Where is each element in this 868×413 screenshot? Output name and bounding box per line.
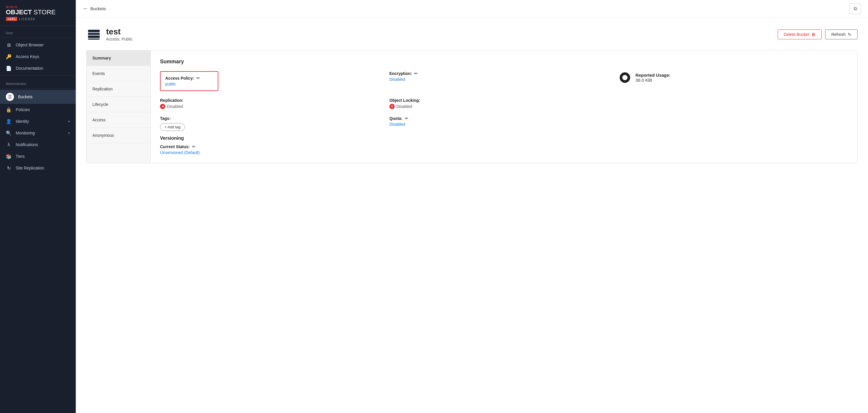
tab-content-summary: Summary Access Policy: ✏ public [151, 51, 857, 163]
bucket-title-block: test Access: Public [86, 27, 133, 42]
bucket-name: test [106, 27, 133, 36]
tab-lifecycle[interactable]: Lifecycle [87, 97, 150, 112]
svg-point-5 [622, 75, 627, 80]
tab-replication-label: Replication [92, 87, 113, 91]
license-block: AGPL LICENSE [6, 17, 70, 21]
current-status-link[interactable]: Unversioned (Default) [160, 150, 200, 155]
quota-block: Quota: ✏ Disabled [390, 116, 619, 126]
sidebar-label-site-replication: Site Replication [16, 166, 44, 170]
sidebar-label-access-keys: Access Keys [16, 54, 39, 59]
tab-replication[interactable]: Replication [87, 81, 150, 97]
bucket-icon: ☰ [6, 93, 14, 101]
sidebar-item-identity[interactable]: 👤 Identity ▾ [0, 116, 76, 127]
bucket-icon-large [86, 27, 101, 42]
current-status-value: Unversioned (Default) [160, 150, 848, 155]
access-policy-edit-icon[interactable]: ✏ [196, 76, 200, 81]
add-tag-button[interactable]: + Add tag [160, 123, 185, 131]
reported-usage-block: Reported Usage: 36.0 KiB [619, 71, 848, 84]
object-locking-label: Object Locking: [390, 98, 619, 103]
monitoring-icon: 🔍 [6, 130, 12, 136]
sidebar-item-documentation[interactable]: 📄 Documentation [0, 62, 76, 74]
usage-text: Reported Usage: 36.0 KiB [636, 72, 671, 83]
quota-edit-icon[interactable]: ✏ [405, 116, 408, 121]
replication-label: Replication: [160, 98, 390, 103]
sidebar-item-tiers[interactable]: 📚 Tiers [0, 150, 76, 162]
grid-icon: ⊞ [6, 42, 12, 48]
sidebar-label-policies: Policies [16, 107, 30, 112]
identity-icon: 👤 [6, 118, 12, 124]
current-status-label: Current Status: ✏ [160, 144, 848, 149]
access-policy-link[interactable]: public [165, 82, 176, 86]
sidebar-item-policies[interactable]: 🔒 Policies [0, 104, 76, 116]
tab-summary-label: Summary [92, 56, 111, 60]
product-name: OBJECT STORE [6, 9, 70, 16]
access-value: Public [122, 37, 133, 41]
sidebar-item-buckets[interactable]: ☰ Buckets [0, 90, 76, 104]
tab-summary[interactable]: Summary [87, 51, 150, 66]
sidebar-label-object-browser: Object Browser [16, 42, 44, 47]
replication-block: Replication: ✕ Disabled [160, 98, 390, 109]
sidebar-label-monitoring: Monitoring [16, 131, 35, 135]
divider-2 [0, 75, 76, 76]
svg-rect-0 [88, 30, 100, 32]
lock-icon: 🔒 [6, 107, 12, 113]
quota-label: Quota: ✏ [390, 116, 619, 121]
quota-value: Disabled [390, 122, 619, 126]
topbar: ← Buckets ⧉ [76, 0, 868, 18]
replication-icon: ↻ [6, 165, 12, 171]
tab-anonymous[interactable]: Anonymous [87, 128, 150, 143]
tab-access-label: Access [92, 118, 105, 122]
key-icon: 🔑 [6, 54, 12, 59]
notifications-icon: λ [6, 142, 12, 148]
sidebar-item-notifications[interactable]: λ Notifications [0, 139, 76, 150]
encryption-value: Disabled [390, 77, 619, 82]
sidebar-label-buckets: Buckets [18, 94, 33, 99]
sidebar-label-identity: Identity [16, 119, 29, 124]
summary-title: Summary [160, 59, 848, 65]
tab-events[interactable]: Events [87, 66, 150, 81]
encryption-block: Encryption: ✏ Disabled [390, 71, 619, 82]
bucket-header: test Access: Public Delete Bucket 🗑 Refr… [86, 27, 858, 42]
refresh-button[interactable]: Refresh ↻ [825, 29, 858, 39]
bucket-access: Access: Public [106, 37, 133, 41]
tags-block: Tags: + Add tag [160, 116, 390, 131]
current-status-block: Current Status: ✏ Unversioned (Default) [160, 144, 848, 155]
logo: MINIO OBJECT STORE AGPL LICENSE [0, 0, 76, 26]
usage-value: 36.0 KiB [636, 78, 671, 83]
sidebar-label-notifications: Notifications [16, 142, 38, 147]
replication-value: ✕ Disabled [160, 104, 390, 109]
back-arrow-icon: ← [83, 5, 88, 12]
access-policy-label: Access Policy: ✏ [165, 76, 213, 81]
chevron-down-icon: ▾ [68, 120, 70, 123]
bucket-title-text: test Access: Public [106, 27, 133, 42]
tab-events-label: Events [92, 71, 105, 76]
usage-pie-chart [619, 71, 631, 84]
access-label: Access: [106, 37, 120, 41]
sidebar-item-object-browser[interactable]: ⊞ Object Browser [0, 39, 76, 51]
sidebar-item-site-replication[interactable]: ↻ Site Replication [0, 162, 76, 174]
tab-lifecycle-label: Lifecycle [92, 102, 108, 107]
sidebar-item-monitoring[interactable]: 🔍 Monitoring ▾ [0, 127, 76, 139]
replication-status: ✕ Disabled [160, 104, 390, 109]
license-text: LICENSE [19, 18, 36, 21]
delete-bucket-button[interactable]: Delete Bucket 🗑 [778, 29, 822, 39]
object-locking-value: ✕ Disabled [390, 104, 619, 109]
user-section-label: User [0, 26, 76, 36]
access-policy-block: Access Policy: ✏ public [160, 71, 390, 91]
svg-rect-1 [88, 33, 100, 35]
content-area: test Access: Public Delete Bucket 🗑 Refr… [76, 18, 868, 413]
tab-access[interactable]: Access [87, 112, 150, 128]
access-policy-box: Access Policy: ✏ public [160, 71, 218, 91]
encryption-link[interactable]: Disabled [390, 77, 405, 82]
encryption-label: Encryption: ✏ [390, 71, 619, 76]
divider-3 [0, 88, 76, 89]
current-status-edit-icon[interactable]: ✏ [192, 144, 195, 149]
back-to-buckets-link[interactable]: ← Buckets [83, 5, 106, 12]
sidebar: MINIO OBJECT STORE AGPL LICENSE User ⊞ O… [0, 0, 76, 413]
quota-link[interactable]: Disabled [390, 122, 405, 126]
svg-rect-3 [88, 38, 100, 40]
object-locking-x-icon: ✕ [390, 104, 395, 109]
sidebar-item-access-keys[interactable]: 🔑 Access Keys [0, 51, 76, 62]
window-icon-button[interactable]: ⧉ [849, 3, 861, 14]
encryption-edit-icon[interactable]: ✏ [414, 71, 418, 76]
